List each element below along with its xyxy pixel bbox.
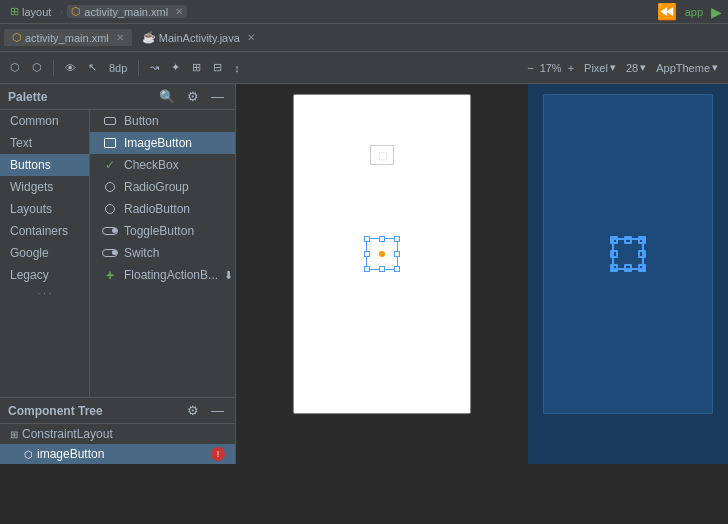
handle-mr[interactable] [394, 251, 400, 257]
category-text[interactable]: Text [0, 132, 89, 154]
palette-search-btn[interactable]: 🔍 [156, 88, 178, 105]
palette-item-radiogroup-label: RadioGroup [124, 180, 189, 194]
category-common[interactable]: Common [0, 110, 89, 132]
palette-item-switch-label: Switch [124, 246, 159, 260]
palette-item-radiogroup[interactable]: RadioGroup [90, 176, 235, 198]
align-btn[interactable]: ⊞ [188, 59, 205, 76]
close-java-tab[interactable]: ✕ [247, 32, 255, 43]
layout-tab[interactable]: ⊞ layout [6, 5, 55, 18]
bp-handle-bc[interactable] [624, 264, 632, 272]
palette-title: Palette [8, 90, 152, 104]
palette-item-imagebutton[interactable]: ImageButton [90, 132, 235, 154]
dp-value[interactable]: 8dp [105, 60, 131, 76]
palette-item-radiobutton-label: RadioButton [124, 202, 190, 216]
theme-selector[interactable]: AppTheme ▾ [652, 59, 722, 76]
error-badge: ! [211, 447, 225, 461]
category-layouts[interactable]: Layouts [0, 198, 89, 220]
handle-ml[interactable] [364, 251, 370, 257]
zoom-out-icon: − [527, 62, 533, 74]
tab-mainactivity-java[interactable]: ☕ MainActivity.java ✕ [134, 29, 263, 46]
zoom-out-btn[interactable]: − [523, 60, 537, 76]
app-label: app [685, 6, 703, 18]
back-arrow[interactable]: ⏪ [657, 2, 677, 21]
handle-bc[interactable] [379, 266, 385, 272]
margin-btn[interactable]: ↕ [230, 60, 244, 76]
bp-handle-tr[interactable] [638, 236, 646, 244]
component-tree-settings-btn[interactable]: ⚙ [184, 402, 202, 419]
bp-handle-br[interactable] [638, 264, 646, 272]
tab-activity-main-xml[interactable]: ⬡ activity_main.xml ✕ [4, 29, 132, 46]
design-canvas[interactable]: ⬚ [236, 84, 528, 464]
component-tree-icons: ⚙ — [184, 402, 227, 419]
guide-icon: ⊟ [213, 61, 222, 74]
selected-widget[interactable] [366, 238, 398, 270]
category-widgets[interactable]: Widgets [0, 176, 89, 198]
palette-item-togglebutton-label: ToggleButton [124, 224, 194, 238]
tree-item-constraintlayout[interactable]: ⊞ ConstraintLayout [0, 424, 235, 444]
category-buttons[interactable]: Buttons [0, 154, 89, 176]
eye-icon: 👁 [65, 62, 76, 74]
zoom-in-btn[interactable]: + [564, 60, 578, 76]
palette-item-fab[interactable]: + FloatingActionB... ⬇ [90, 264, 235, 286]
bp-handle-tl[interactable] [610, 236, 618, 244]
handle-br[interactable] [394, 266, 400, 272]
component-tree-title: Component Tree [8, 404, 180, 418]
tree-item-imagebutton[interactable]: ⬡ imageButton ! [0, 444, 235, 464]
api-selector[interactable]: 28 ▾ [622, 59, 650, 76]
palette-item-togglebutton[interactable]: ToggleButton [90, 220, 235, 242]
blueprint-widget[interactable] [612, 238, 644, 270]
palette-item-switch[interactable]: Switch [90, 242, 235, 264]
device-dropdown-icon: ▾ [610, 61, 616, 74]
wand-btn[interactable]: ✦ [167, 59, 184, 76]
main-layout: Palette 🔍 ⚙ — Common Text Buttons Widget… [0, 84, 728, 464]
route-btn[interactable]: ↝ [146, 59, 163, 76]
sep2 [138, 60, 139, 76]
eye-btn[interactable]: 👁 [61, 60, 80, 76]
handle-tr[interactable] [394, 236, 400, 242]
device-selector[interactable]: Pixel ▾ [580, 59, 620, 76]
handle-bl[interactable] [364, 266, 370, 272]
palette-item-imagebutton-label: ImageButton [124, 136, 192, 150]
api-label: 28 [626, 62, 638, 74]
palette-item-checkbox[interactable]: ✓ CheckBox [90, 154, 235, 176]
palette-item-button[interactable]: Button [90, 110, 235, 132]
bp-handle-ml[interactable] [610, 250, 618, 258]
palette-header: Palette 🔍 ⚙ — [0, 84, 235, 110]
blueprint-mode-btn[interactable]: ⬡ [28, 59, 46, 76]
category-containers[interactable]: Containers [0, 220, 89, 242]
close-activity-tab[interactable]: ✕ [175, 6, 183, 17]
design-mode-btn[interactable]: ⬡ [6, 59, 24, 76]
handle-tc[interactable] [379, 236, 385, 242]
blueprint-canvas[interactable] [528, 84, 728, 464]
activity-main-tab[interactable]: ⬡ activity_main.xml ✕ [67, 5, 187, 18]
radiogroup-icon [102, 179, 118, 195]
guide-btn[interactable]: ⊟ [209, 59, 226, 76]
bp-handle-bl[interactable] [610, 264, 618, 272]
run-icon[interactable]: ▶ [711, 4, 722, 20]
checkbox-icon: ✓ [102, 157, 118, 173]
tree-item-imagebutton-label: imageButton [37, 447, 104, 461]
play-button[interactable]: ⏪ app ▶ [657, 2, 722, 21]
category-google[interactable]: Google [0, 242, 89, 264]
design-toolbar: ⬡ ⬡ 👁 ↖ 8dp ↝ ✦ ⊞ ⊟ ↕ − 17% + Pixel ▾ [0, 52, 728, 84]
component-tree-body: ⊞ ConstraintLayout ⬡ imageButton ! [0, 424, 235, 464]
palette-item-radiobutton[interactable]: RadioButton [90, 198, 235, 220]
handle-tl[interactable] [364, 236, 370, 242]
cursor-btn[interactable]: ↖ [84, 59, 101, 76]
bp-handle-mr[interactable] [638, 250, 646, 258]
category-legacy[interactable]: Legacy [0, 264, 89, 286]
close-xml-tab[interactable]: ✕ [116, 32, 124, 43]
palette-minimize-btn[interactable]: — [208, 88, 227, 105]
java-tab-label: MainActivity.java [159, 32, 240, 44]
palette-settings-btn[interactable]: ⚙ [184, 88, 202, 105]
radiobutton-icon [102, 201, 118, 217]
bp-handle-tc[interactable] [624, 236, 632, 244]
blueprint-phone [543, 94, 713, 414]
component-tree-minimize-btn[interactable]: — [208, 402, 227, 419]
phone-frame: ⬚ [293, 94, 471, 414]
switch-icon [102, 245, 118, 261]
file-tabs-bar: ⬡ activity_main.xml ✕ ☕ MainActivity.jav… [0, 24, 728, 52]
palette-item-checkbox-label: CheckBox [124, 158, 179, 172]
imagebutton-icon [102, 135, 118, 151]
center-dot [379, 251, 385, 257]
